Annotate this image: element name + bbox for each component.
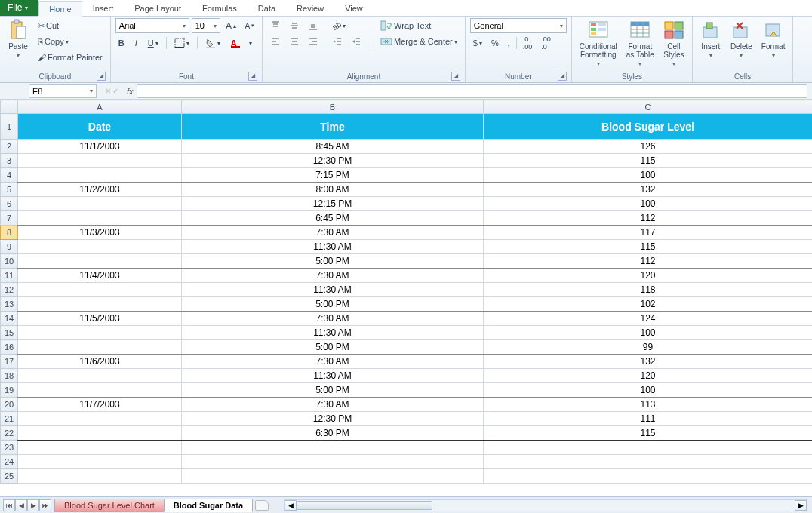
- row-header[interactable]: 15: [1, 326, 18, 340]
- cell[interactable]: [18, 254, 182, 269]
- cell[interactable]: [18, 412, 182, 426]
- row-header[interactable]: 9: [1, 240, 18, 254]
- cell[interactable]: 111: [484, 412, 813, 426]
- horizontal-scrollbar[interactable]: ◀ ▶: [284, 499, 807, 511]
- row-header[interactable]: 1: [1, 114, 18, 140]
- cell[interactable]: 118: [484, 283, 813, 297]
- cell[interactable]: 11/4/2003: [18, 269, 182, 283]
- cell[interactable]: [182, 441, 484, 455]
- cell[interactable]: 112: [484, 254, 813, 269]
- last-sheet-button[interactable]: ⏭: [39, 499, 51, 511]
- enter-icon[interactable]: ✓: [112, 87, 118, 95]
- cell[interactable]: [18, 369, 182, 383]
- cell[interactable]: 100: [484, 168, 813, 183]
- cell[interactable]: 11/3/2003: [18, 226, 182, 240]
- row-header[interactable]: 3: [1, 154, 18, 168]
- cell[interactable]: 6:30 PM: [182, 426, 484, 441]
- cell[interactable]: [18, 455, 182, 469]
- cell[interactable]: 6:45 PM: [182, 211, 484, 226]
- cell[interactable]: 100: [484, 326, 813, 340]
- prev-sheet-button[interactable]: ◀: [15, 499, 27, 511]
- cell[interactable]: 8:00 AM: [182, 183, 484, 197]
- cell[interactable]: 12:30 PM: [182, 154, 484, 168]
- cell[interactable]: [484, 455, 813, 469]
- header-cell-time[interactable]: Time: [182, 114, 484, 140]
- row-header[interactable]: 2: [1, 140, 18, 154]
- column-header[interactable]: B: [182, 100, 484, 114]
- align-left-button[interactable]: [267, 35, 284, 48]
- new-sheet-button[interactable]: [255, 500, 269, 511]
- cell[interactable]: 11:30 AM: [182, 240, 484, 254]
- shrink-font-button[interactable]: A▾: [241, 20, 257, 32]
- cell[interactable]: 117: [484, 226, 813, 240]
- row-header[interactable]: 10: [1, 254, 18, 269]
- format-as-table-button[interactable]: Format as Table▾: [623, 18, 657, 69]
- comma-button[interactable]: ,: [505, 37, 513, 49]
- cell[interactable]: 5:00 PM: [182, 383, 484, 398]
- cell[interactable]: [18, 441, 182, 455]
- cell[interactable]: 11/5/2003: [18, 312, 182, 326]
- paste-button[interactable]: Paste ▾: [5, 18, 32, 60]
- copy-button[interactable]: ⎘Copy▾: [35, 34, 106, 49]
- increase-decimal-button[interactable]: .0.00: [520, 34, 536, 52]
- font-name-combo[interactable]: Arial▾: [115, 18, 189, 33]
- border-button[interactable]: ▾: [171, 36, 192, 50]
- cell[interactable]: 12:30 PM: [182, 412, 484, 426]
- italic-button[interactable]: I: [132, 37, 140, 49]
- cell[interactable]: 11/7/2003: [18, 398, 182, 412]
- dialog-launcher-icon[interactable]: ◢: [248, 72, 257, 81]
- cell[interactable]: [18, 383, 182, 398]
- cell[interactable]: [182, 469, 484, 484]
- font-color-button[interactable]: A▾: [228, 36, 255, 50]
- cell[interactable]: 102: [484, 297, 813, 312]
- cell[interactable]: [18, 297, 182, 312]
- row-header[interactable]: 18: [1, 369, 18, 383]
- scroll-right-button[interactable]: ▶: [795, 500, 807, 511]
- row-header[interactable]: 13: [1, 297, 18, 312]
- cell[interactable]: [18, 340, 182, 355]
- row-header[interactable]: 22: [1, 426, 18, 441]
- decrease-indent-button[interactable]: [329, 35, 346, 48]
- cell[interactable]: 5:00 PM: [182, 254, 484, 269]
- tab-insert[interactable]: Insert: [82, 0, 125, 16]
- tab-page-layout[interactable]: Page Layout: [124, 0, 192, 16]
- cell[interactable]: 120: [484, 369, 813, 383]
- grow-font-button[interactable]: A▴: [223, 19, 240, 33]
- sheet-tab-chart[interactable]: Blood Sugar Level Chart: [54, 499, 165, 512]
- dialog-launcher-icon[interactable]: ◢: [97, 72, 106, 81]
- row-header[interactable]: 4: [1, 168, 18, 183]
- fill-color-button[interactable]: ▾: [202, 36, 223, 50]
- formula-bar[interactable]: [137, 84, 807, 98]
- accounting-format-button[interactable]: $▾: [470, 37, 485, 49]
- cell[interactable]: 112: [484, 211, 813, 226]
- cell[interactable]: 115: [484, 426, 813, 441]
- cell[interactable]: 5:00 PM: [182, 297, 484, 312]
- cell[interactable]: [18, 469, 182, 484]
- cell[interactable]: 11:30 AM: [182, 283, 484, 297]
- tab-file[interactable]: File: [0, 0, 38, 16]
- percent-button[interactable]: %: [488, 37, 502, 49]
- fx-icon[interactable]: fx: [127, 87, 134, 96]
- cell[interactable]: [484, 469, 813, 484]
- cell[interactable]: 100: [484, 197, 813, 211]
- worksheet-grid[interactable]: A B C 1 Date Time Blood Sugar Level 211/…: [0, 100, 812, 496]
- tab-data[interactable]: Data: [248, 0, 286, 16]
- row-header[interactable]: 8: [1, 226, 18, 240]
- cell[interactable]: 11:30 AM: [182, 326, 484, 340]
- row-header[interactable]: 19: [1, 383, 18, 398]
- header-cell-date[interactable]: Date: [18, 114, 182, 140]
- cell[interactable]: [18, 326, 182, 340]
- cell[interactable]: 8:45 AM: [182, 140, 484, 154]
- name-box[interactable]: E8▾: [29, 84, 97, 98]
- cell[interactable]: [182, 455, 484, 469]
- sheet-tab-data[interactable]: Blood Sugar Data: [164, 499, 253, 512]
- conditional-formatting-button[interactable]: Conditional Formatting▾: [577, 18, 620, 69]
- column-header[interactable]: C: [484, 100, 813, 114]
- row-header[interactable]: 17: [1, 355, 18, 369]
- column-header[interactable]: A: [18, 100, 182, 114]
- tab-home[interactable]: Home: [38, 1, 82, 17]
- row-header[interactable]: 6: [1, 197, 18, 211]
- cell[interactable]: 5:00 PM: [182, 340, 484, 355]
- row-header[interactable]: 16: [1, 340, 18, 355]
- row-header[interactable]: 23: [1, 441, 18, 455]
